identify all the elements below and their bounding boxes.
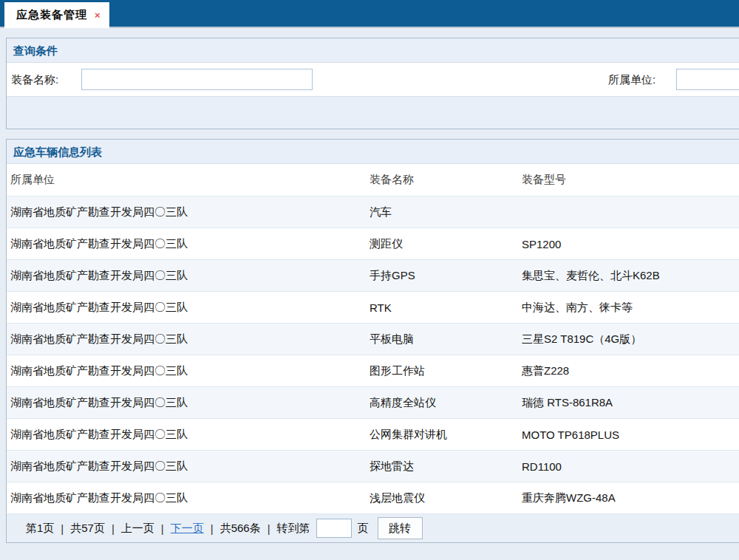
equipment-name-label: 装备名称:	[11, 72, 58, 86]
table-cell: 湖南省地质矿产勘查开发局四〇三队	[7, 491, 370, 505]
table-cell: 三星S2 T819C（4G版）	[522, 332, 739, 346]
list-panel: 应急车辆信息列表 所属单位 装备名称 装备型号 湖南省地质矿产勘查开发局四〇三队…	[6, 139, 739, 543]
table-cell: MOTO TP618PLUS	[522, 428, 739, 441]
column-header-name: 装备名称	[370, 173, 522, 187]
page-content: 查询条件 装备名称: 所属单位: 应急车辆信息列表 所属单位 装备名称 装备型号…	[0, 28, 739, 543]
column-header-unit: 所属单位	[7, 173, 370, 187]
table-cell: 湖南省地质矿产勘查开发局四〇三队	[7, 364, 370, 378]
equipment-name-input[interactable]	[81, 69, 313, 90]
table-cell: 公网集群对讲机	[370, 428, 522, 442]
table-cell: 湖南省地质矿产勘查开发局四〇三队	[7, 332, 370, 346]
table-cell: RTK	[370, 301, 522, 314]
separator: |	[211, 522, 214, 535]
tab-title: 应急装备管理	[16, 8, 87, 22]
tab-strip: 应急装备管理 ×	[0, 0, 739, 28]
jump-button[interactable]: 跳转	[378, 517, 423, 539]
total-items-label: 共566条	[220, 522, 261, 536]
goto-page-prefix: 转到第	[277, 522, 310, 536]
table-cell: 浅层地震仪	[370, 491, 522, 505]
table-row[interactable]: 湖南省地质矿产勘查开发局四〇三队探地雷达RD1100	[7, 451, 739, 482]
table-row[interactable]: 湖南省地质矿产勘查开发局四〇三队汽车	[7, 197, 739, 228]
table-cell: 测距仪	[370, 237, 522, 251]
separator: |	[161, 522, 164, 535]
table-cell: 湖南省地质矿产勘查开发局四〇三队	[7, 428, 370, 442]
panel-gap	[6, 129, 739, 139]
table-cell: 集思宝、麦哲伦、北斗K62B	[522, 269, 739, 283]
table-row[interactable]: 湖南省地质矿产勘查开发局四〇三队手持GPS集思宝、麦哲伦、北斗K62B	[7, 260, 739, 292]
table-cell: 瑞德 RTS-861R8A	[522, 396, 739, 410]
table-cell: 湖南省地质矿产勘查开发局四〇三队	[7, 396, 370, 410]
table-cell: 惠普Z228	[522, 364, 739, 378]
current-page-label: 第1页	[26, 522, 54, 536]
pagination-bar: 第1页 | 共57页 | 上一页 | 下一页 | 共566条 | 转到第 页 跳…	[7, 514, 739, 542]
table-row[interactable]: 湖南省地质矿产勘查开发局四〇三队测距仪SP1200	[7, 228, 739, 260]
table-row[interactable]: 湖南省地质矿产勘查开发局四〇三队平板电脑三星S2 T819C（4G版）	[7, 324, 739, 355]
owning-unit-input[interactable]	[676, 69, 739, 90]
table-row[interactable]: 湖南省地质矿产勘查开发局四〇三队RTK中海达、南方、徕卡等	[7, 292, 739, 324]
table-cell: 湖南省地质矿产勘查开发局四〇三队	[7, 460, 370, 474]
prev-page-button[interactable]: 上一页	[121, 522, 154, 536]
table-cell: 探地雷达	[370, 460, 522, 474]
query-panel-title: 查询条件	[7, 38, 739, 63]
table-body: 湖南省地质矿产勘查开发局四〇三队汽车湖南省地质矿产勘查开发局四〇三队测距仪SP1…	[7, 197, 739, 514]
owning-unit-label: 所属单位:	[608, 72, 655, 86]
query-panel: 查询条件 装备名称: 所属单位:	[6, 38, 739, 129]
tab-emergency-equipment[interactable]: 应急装备管理 ×	[4, 2, 109, 28]
table-cell: 图形工作站	[370, 364, 522, 378]
query-fields-row: 装备名称: 所属单位:	[7, 63, 739, 97]
table-row[interactable]: 湖南省地质矿产勘查开发局四〇三队公网集群对讲机MOTO TP618PLUS	[7, 419, 739, 451]
table-row[interactable]: 湖南省地质矿产勘查开发局四〇三队图形工作站惠普Z228	[7, 355, 739, 387]
table-cell: 湖南省地质矿产勘查开发局四〇三队	[7, 269, 370, 283]
next-page-link[interactable]: 下一页	[171, 522, 204, 536]
goto-page-suffix: 页	[358, 522, 369, 536]
table-row[interactable]: 湖南省地质矿产勘查开发局四〇三队浅层地震仪重庆奔腾WZG-48A	[7, 482, 739, 514]
close-icon[interactable]: ×	[95, 10, 101, 21]
table-header-row: 所属单位 装备名称 装备型号	[7, 164, 739, 197]
table-cell: 湖南省地质矿产勘查开发局四〇三队	[7, 205, 370, 219]
table-cell: 中海达、南方、徕卡等	[522, 301, 739, 315]
table-cell: 平板电脑	[370, 332, 522, 346]
table-cell: SP1200	[522, 238, 739, 250]
separator: |	[268, 522, 270, 535]
list-panel-title: 应急车辆信息列表	[7, 140, 739, 164]
separator: |	[112, 522, 115, 535]
goto-page-input[interactable]	[316, 519, 352, 538]
total-pages-label: 共57页	[70, 522, 105, 536]
separator: |	[61, 522, 64, 535]
table-cell: 汽车	[370, 205, 522, 219]
table-row[interactable]: 湖南省地质矿产勘查开发局四〇三队高精度全站仪瑞德 RTS-861R8A	[7, 387, 739, 419]
table-cell: 湖南省地质矿产勘查开发局四〇三队	[7, 301, 370, 315]
table-cell: 重庆奔腾WZG-48A	[522, 491, 739, 505]
table-cell: 湖南省地质矿产勘查开发局四〇三队	[7, 237, 370, 251]
query-panel-footer	[7, 97, 739, 129]
table-cell: RD1100	[522, 460, 739, 473]
table-cell: 高精度全站仪	[370, 396, 522, 410]
column-header-model: 装备型号	[522, 173, 739, 187]
table-cell: 手持GPS	[370, 269, 522, 283]
